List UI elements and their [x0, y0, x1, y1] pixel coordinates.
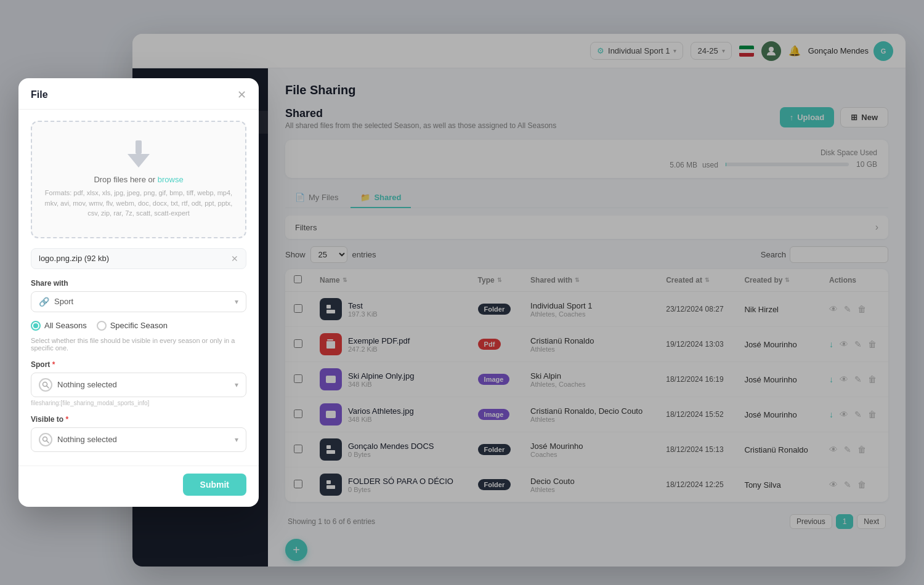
share-with-value: Sport — [54, 297, 235, 306]
sport-required-star: * — [52, 360, 55, 369]
visible-to-required-star: * — [65, 415, 68, 424]
modal-overlay: File ✕ Drop files here or browse Formats… — [0, 0, 924, 585]
file-item-remove-button[interactable]: ✕ — [231, 254, 238, 264]
submit-area: Submit — [18, 466, 259, 507]
file-modal: File ✕ Drop files here or browse Formats… — [18, 78, 259, 507]
drop-arrow-icon — [44, 140, 233, 167]
visible-to-dropdown-icon — [39, 433, 52, 446]
drop-formats: Formats: pdf, xlsx, xls, jpg, jpeg, png,… — [44, 188, 233, 219]
browse-link[interactable]: browse — [158, 175, 184, 184]
drop-zone[interactable]: Drop files here or browse Formats: pdf, … — [31, 121, 246, 238]
file-item-row: logo.png.zip (92 kb) ✕ — [31, 248, 246, 269]
svg-marker-16 — [128, 154, 150, 167]
share-with-select[interactable]: 🔗 Sport ▾ — [31, 291, 246, 312]
sport-chevron: ▾ — [235, 381, 238, 389]
season-hint: Select whether this file should be visib… — [31, 337, 246, 352]
visible-to-field: Visible to * Nothing selected ▾ — [31, 415, 246, 452]
svg-line-18 — [47, 385, 49, 388]
visible-to-chevron: ▾ — [235, 435, 238, 444]
svg-rect-15 — [136, 140, 142, 154]
submit-button[interactable]: Submit — [183, 474, 246, 496]
share-with-icon: 🔗 — [39, 297, 49, 307]
modal-body: Drop files here or browse Formats: pdf, … — [18, 110, 259, 466]
sport-placeholder: Nothing selected — [57, 380, 235, 389]
specific-season-radio[interactable]: Specific Season — [97, 321, 168, 331]
sport-label: Sport * — [31, 360, 246, 369]
specific-season-radio-circle — [97, 321, 107, 331]
season-radio-group: All Seasons Specific Season — [31, 321, 246, 331]
share-with-field: Share with 🔗 Sport ▾ — [31, 279, 246, 312]
svg-line-20 — [47, 440, 49, 443]
all-seasons-radio[interactable]: All Seasons — [31, 321, 87, 331]
share-with-chevron: ▾ — [235, 297, 238, 306]
modal-title: File — [31, 89, 48, 100]
sport-hint: filesharing:[file_sharing_modal_sports_i… — [31, 400, 246, 406]
visible-to-placeholder: Nothing selected — [57, 435, 235, 444]
modal-header: File ✕ — [18, 78, 259, 110]
all-seasons-radio-circle — [31, 321, 41, 331]
sport-dropdown-icon — [39, 378, 52, 392]
visible-to-dropdown[interactable]: Nothing selected ▾ — [31, 427, 246, 452]
sport-dropdown[interactable]: Nothing selected ▾ — [31, 373, 246, 397]
modal-close-button[interactable]: ✕ — [237, 89, 246, 100]
file-item-name: logo.png.zip (92 kb) — [39, 254, 109, 263]
visible-to-label: Visible to * — [31, 415, 246, 424]
share-with-label: Share with — [31, 279, 246, 288]
drop-text: Drop files here or browse — [44, 175, 233, 184]
sport-field: Sport * Nothing selected ▾ filesharing:[… — [31, 360, 246, 406]
